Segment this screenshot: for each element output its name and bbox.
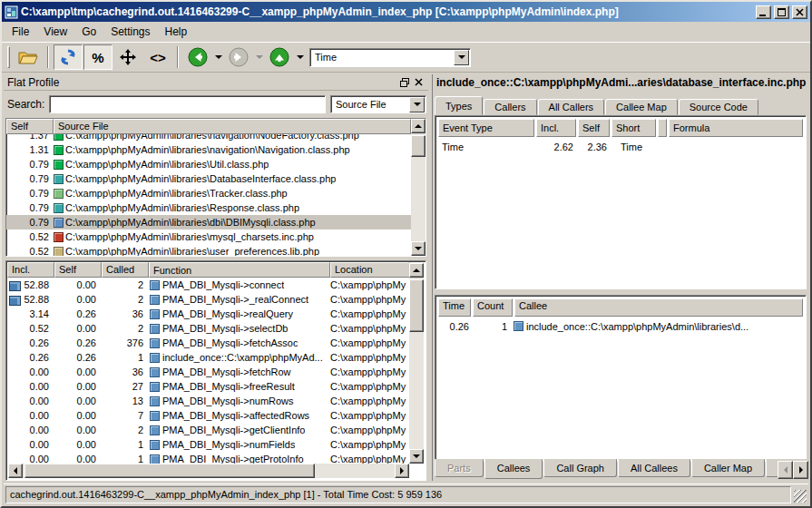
bottom-tab[interactable]: Call Graph	[543, 459, 617, 477]
function-row[interactable]: 0.00 0.00 7 PMA_DBI_Mysqli->affectedRows…	[7, 408, 410, 423]
scroll-right-button[interactable]	[395, 464, 409, 478]
column-header-location[interactable]: Location	[330, 262, 410, 278]
column-header-incl[interactable]: Incl.	[7, 262, 54, 278]
percent-icon: %	[92, 50, 103, 65]
function-row[interactable]: 0.26 0.26 376 PMA_DBI_Mysqli->fetchAssoc…	[7, 336, 410, 350]
file-row[interactable]: 0.79 C:\xampp\phpMyAdmin\libraries\Respo…	[6, 200, 411, 215]
minimize-button[interactable]	[756, 5, 771, 19]
function-row[interactable]: 0.00 0.00 27 PMA_DBI_Mysqli->freeResult …	[7, 379, 410, 394]
dock-close-button[interactable]	[413, 76, 425, 88]
file-row[interactable]: 0.52 C:\xampp\phpMyAdmin\libraries\user_…	[6, 244, 411, 256]
file-row[interactable]: 1.31 C:\xampp\phpMyAdmin\libraries\navig…	[6, 142, 411, 157]
shorten-templates-button[interactable]: <>	[143, 44, 172, 70]
location-value: C:\xampp\phpMy	[330, 323, 410, 334]
column-header-time[interactable]: Time	[438, 298, 471, 317]
column-header-self[interactable]: Self	[6, 119, 54, 134]
function-row[interactable]: 0.52 0.00 2 PMA_DBI_Mysqli->selectDb C:\…	[7, 321, 410, 336]
menu-item[interactable]: Go	[74, 24, 103, 40]
scroll-down-button[interactable]	[411, 241, 426, 256]
dock-float-button[interactable]	[398, 76, 410, 88]
column-header-formula[interactable]: Formula	[669, 119, 803, 137]
up-button[interactable]	[265, 44, 294, 70]
function-icon	[150, 353, 160, 363]
tab-scroll-right-button[interactable]	[793, 461, 808, 479]
source-file-path: C:\xampp\phpMyAdmin\libraries\navigation…	[65, 134, 359, 141]
detail-tab[interactable]: Callers	[484, 99, 536, 115]
file-row[interactable]: 0.79 C:\xampp\phpMyAdmin\libraries\Util.…	[6, 157, 411, 171]
self-value: 0.00	[54, 439, 102, 450]
scroll-thumb[interactable]	[411, 135, 426, 157]
combo-dropdown-button[interactable]	[409, 97, 425, 112]
function-row[interactable]: 3.14 0.26 36 PMA_DBI_Mysqli->realQuery C…	[7, 307, 410, 321]
scroll-left-button[interactable]	[8, 464, 23, 478]
function-row[interactable]: 0.26 0.26 1 include_once::C:\xampp\phpMy…	[7, 350, 410, 365]
open-file-button[interactable]	[14, 44, 43, 70]
detail-tab[interactable]: Types	[435, 96, 483, 115]
window-title: C:\xampp\tmp\cachegrind.out.1416463299-C…	[21, 5, 753, 18]
column-header-function[interactable]: Function	[149, 262, 330, 278]
column-header-event-type[interactable]: Event Type	[438, 119, 534, 137]
column-header-self[interactable]: Self	[578, 119, 610, 137]
location-value: C:\xampp\phpMy	[330, 381, 410, 392]
relative-percent-button[interactable]: %	[83, 44, 113, 70]
bottom-tab[interactable]: Callees	[484, 459, 543, 479]
up-dropdown-arrow[interactable]	[295, 44, 305, 70]
search-input[interactable]	[49, 95, 326, 113]
column-header-incl[interactable]: Incl.	[536, 119, 576, 137]
cycle-detection-button[interactable]	[54, 44, 83, 70]
menu-item[interactable]: Help	[158, 24, 195, 40]
column-header-self[interactable]: Self	[54, 262, 102, 278]
function-row[interactable]: 52.88 0.00 2 PMA_DBI_Mysqli->_realConnec…	[7, 292, 410, 307]
function-icon	[150, 295, 160, 305]
scroll-thumb[interactable]	[409, 279, 424, 332]
file-row[interactable]: 1.37 C:\xampp\phpMyAdmin\libraries\navig…	[6, 134, 411, 142]
file-row[interactable]: 0.79 C:\xampp\phpMyAdmin\libraries\Datab…	[6, 171, 411, 186]
column-header-short[interactable]: Short	[611, 119, 656, 137]
column-header-count[interactable]: Count	[473, 298, 513, 317]
callee-row[interactable]: 0.26 1 include_once::C:\xampp\phpMyAdmin…	[438, 318, 803, 334]
function-row[interactable]: 0.00 0.00 36 PMA_DBI_Mysqli->fetchRow C:…	[7, 365, 410, 379]
detail-tab[interactable]: Source Code	[679, 99, 758, 115]
resize-grip[interactable]	[794, 490, 807, 503]
toolbar-handle[interactable]	[7, 46, 10, 68]
scroll-up-button[interactable]	[409, 263, 424, 278]
menu-item[interactable]: Settings	[103, 24, 157, 40]
function-row[interactable]: 0.00 0.00 1 PMA_DBI_Mysqli->getProtoInfo…	[7, 452, 410, 464]
back-dropdown-arrow[interactable]	[213, 44, 223, 70]
scroll-up-button[interactable]	[411, 119, 426, 133]
column-header-called[interactable]: Called	[102, 262, 149, 278]
grouping-combobox[interactable]: Source File	[330, 95, 426, 113]
function-table-hscrollbar[interactable]	[8, 464, 409, 478]
file-row[interactable]: 0.52 C:\xampp\phpMyAdmin\libraries\mysql…	[6, 230, 411, 244]
scroll-down-button[interactable]	[409, 449, 424, 464]
bottom-tab[interactable]: Caller Map	[691, 459, 765, 477]
function-row[interactable]: 0.00 0.00 13 PMA_DBI_Mysqli->numRows C:\…	[7, 394, 410, 408]
function-icon	[150, 440, 160, 450]
detail-tab[interactable]: All Callers	[538, 99, 605, 115]
event-type-row[interactable]: Time 2.62 2.36 Time	[438, 139, 803, 154]
menu-item[interactable]: File	[5, 24, 36, 40]
titlebar[interactable]: C:\xampp\tmp\cachegrind.out.1416463299-C…	[2, 2, 810, 22]
close-button[interactable]	[792, 5, 807, 19]
combo-dropdown-button[interactable]	[454, 50, 469, 65]
scroll-thumb[interactable]	[24, 464, 315, 478]
function-row[interactable]: 52.88 0.00 2 PMA_DBI_Mysqli->connect C:\…	[7, 278, 410, 292]
column-header-source-file[interactable]: Source File	[54, 119, 411, 134]
event-type-combobox[interactable]: Time	[309, 48, 471, 67]
expand-areas-button[interactable]	[113, 44, 142, 70]
bottom-tab[interactable]: All Callees	[618, 459, 690, 477]
maximize-button[interactable]	[774, 5, 789, 19]
column-header-callee[interactable]: Callee	[514, 298, 803, 317]
function-row[interactable]: 0.00 0.00 2 PMA_DBI_Mysqli->getClientInf…	[7, 423, 410, 437]
back-button[interactable]	[183, 44, 212, 70]
file-list-vscrollbar[interactable]	[411, 119, 426, 256]
function-table-vscrollbar[interactable]	[409, 263, 424, 464]
dock-header[interactable]: Flat Profile	[4, 74, 428, 91]
status-text: cachegrind.out.1416463299-C__xampp_phpMy…	[5, 486, 791, 503]
detail-tab[interactable]: Callee Map	[605, 99, 678, 115]
file-row[interactable]: 0.79 C:\xampp\phpMyAdmin\libraries\Track…	[6, 186, 411, 200]
file-row[interactable]: 0.79 C:\xampp\phpMyAdmin\libraries\dbi\D…	[6, 215, 411, 230]
callee-name: include_once::C:\xampp\phpMyAdmin\librar…	[526, 321, 748, 332]
function-row[interactable]: 0.00 0.00 1 PMA_DBI_Mysqli->numFields C:…	[7, 437, 410, 452]
menu-item[interactable]: View	[36, 24, 74, 40]
